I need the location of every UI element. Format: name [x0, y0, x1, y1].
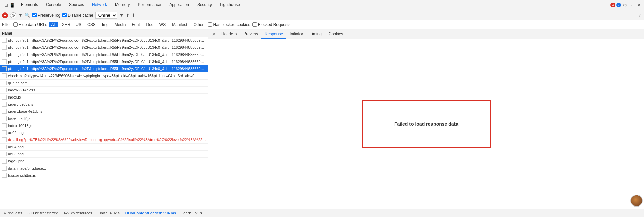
row-icon: [2, 59, 7, 64]
tab-security[interactable]: Security: [193, 0, 216, 10]
export-icon[interactable]: ⬇: [132, 13, 135, 18]
row-text: tcss.ping.https.js: [8, 173, 36, 177]
tab-application[interactable]: Application: [165, 0, 193, 10]
devtools-actions: 4 2 ⚙ ⋮ ✕: [610, 2, 644, 8]
expand-icon[interactable]: ⤢: [638, 13, 642, 18]
status-load: Load: 1.51 s: [181, 211, 202, 215]
network-row[interactable]: check_sig?pttype=1&uin=229456906&service…: [0, 72, 208, 80]
network-row[interactable]: qun.qq.com: [0, 80, 208, 87]
network-row[interactable]: ptqrlogin?u1=https%3A%2F%2Fqun.qq.com%2F…: [0, 58, 208, 65]
detail-tab-initiator[interactable]: Initiator: [286, 29, 306, 39]
detail-tab-headers[interactable]: Headers: [218, 29, 240, 39]
row-text: ptqrlogin?u1=https%3A%2F%2Fqun.qq.com%2F…: [8, 67, 206, 71]
more-icon[interactable]: ⋮: [629, 2, 635, 8]
detail-tab-preview[interactable]: Preview: [240, 29, 261, 39]
tab-network[interactable]: Network: [88, 0, 111, 10]
row-icon: [2, 145, 7, 149]
row-text: check_sig?pttype=1&uin=229456906&service…: [8, 74, 194, 78]
blocked-requests-checkbox[interactable]: Blocked Requests: [252, 22, 291, 27]
clear-button[interactable]: ⊘: [10, 12, 16, 18]
filter-all-button[interactable]: All: [49, 22, 58, 27]
throttle-select[interactable]: Online: [95, 12, 117, 19]
row-icon: [2, 52, 7, 57]
row-text: logo2.png: [8, 159, 24, 163]
error-badge: 4: [610, 3, 615, 7]
network-row[interactable]: ptqrlogin?u1=https%3A%2F%2Fqun.qq.com%2F…: [0, 65, 208, 72]
inspect-icon[interactable]: ⊡: [3, 2, 9, 8]
network-row[interactable]: jquery.base-4e1dc.js: [0, 108, 208, 115]
filter-css-button[interactable]: CSS: [85, 22, 98, 27]
filter-xhr-button[interactable]: XHR: [60, 22, 72, 27]
status-resources: 427 kb resources: [64, 211, 92, 215]
detail-tab-response[interactable]: Response: [261, 29, 286, 39]
mobile-icon[interactable]: 📱: [9, 2, 15, 8]
close-icon[interactable]: ✕: [636, 2, 641, 8]
row-icon: [2, 130, 7, 135]
preserve-log-checkbox[interactable]: Preserve log: [32, 13, 60, 18]
network-row[interactable]: detailLog?p=%7B%22id%22%3A%22webviewDebu…: [0, 136, 208, 144]
search-icon[interactable]: 🔍: [25, 13, 30, 18]
detail-tab-timing[interactable]: Timing: [306, 29, 325, 39]
row-text: detailLog?p=%7B%22id%22%3A%22webviewDebu…: [8, 138, 206, 142]
row-text: jquery-89c3a.js: [8, 102, 34, 106]
row-icon: [2, 81, 7, 85]
row-text: index.js: [8, 95, 21, 99]
tab-elements[interactable]: Elements: [17, 0, 42, 10]
row-icon: [2, 152, 7, 156]
row-text: qun.qq.com: [8, 81, 27, 85]
network-row[interactable]: jquery-89c3a.js: [0, 101, 208, 108]
detail-close-button[interactable]: ✕: [210, 31, 218, 37]
row-icon: [2, 38, 7, 43]
tab-sources[interactable]: Sources: [65, 0, 88, 10]
tab-memory[interactable]: Memory: [111, 0, 134, 10]
failed-response-box: Failed to load response data: [362, 100, 491, 148]
import-icon[interactable]: ⬆: [126, 13, 130, 18]
row-icon: [2, 166, 7, 171]
hide-data-urls-checkbox[interactable]: Hide data URLs: [13, 22, 47, 27]
tab-console[interactable]: Console: [42, 0, 65, 10]
network-row[interactable]: data:image/png;base...: [0, 165, 208, 172]
network-row[interactable]: ad03.png: [0, 151, 208, 158]
failed-response-message: Failed to load response data: [394, 121, 458, 127]
row-text: ptqrlogin?u1=https%3A%2F%2Fqun.qq.com%2F…: [8, 38, 206, 42]
filter-js-button[interactable]: JS: [74, 22, 83, 27]
row-icon: [2, 88, 7, 92]
detail-tabs: ✕ Headers Preview Response Initiator Tim…: [208, 29, 644, 39]
network-row[interactable]: tcss.ping.https.js: [0, 172, 208, 179]
response-content-area: Failed to load response data: [208, 39, 644, 209]
network-list: Name ptqrlogin?u1=https%3A%2F%2Fqun.qq.c…: [0, 29, 208, 209]
filter-font-button[interactable]: Font: [130, 22, 142, 27]
avatar: [630, 195, 643, 207]
has-blocked-cookies-checkbox[interactable]: Has blocked cookies: [208, 22, 250, 27]
disable-cache-checkbox[interactable]: Disable cache: [62, 13, 93, 18]
filter-other-button[interactable]: Other: [192, 22, 206, 27]
network-row[interactable]: ptqrlogin?u1=https%3A%2F%2Fqun.qq.com%2F…: [0, 51, 208, 58]
row-icon: [2, 73, 7, 78]
filter-img-button[interactable]: Img: [100, 22, 111, 27]
network-row[interactable]: ptqrlogin?u1=https%3A%2F%2Fqun.qq.com%2F…: [0, 44, 208, 51]
network-rows[interactable]: ptqrlogin?u1=https%3A%2F%2Fqun.qq.com%2F…: [0, 37, 208, 209]
network-row[interactable]: ad04.png: [0, 144, 208, 151]
network-row[interactable]: index-10013.js: [0, 122, 208, 129]
filter-doc-button[interactable]: Doc: [144, 22, 155, 27]
network-row[interactable]: ptqrlogin?u1=https%3A%2F%2Fqun.qq.com%2F…: [0, 37, 208, 44]
network-row[interactable]: index-2214c.css: [0, 87, 208, 94]
network-row[interactable]: base-3fad2.js: [0, 115, 208, 122]
filter-manifest-button[interactable]: Manifest: [170, 22, 189, 27]
tab-performance[interactable]: Performance: [134, 0, 165, 10]
filter-media-button[interactable]: Media: [113, 22, 128, 27]
throttle-dropdown-icon[interactable]: ▼: [119, 13, 124, 18]
status-requests: 37 requests: [3, 211, 22, 215]
network-row[interactable]: ad02.png: [0, 129, 208, 136]
network-row[interactable]: logo2.png: [0, 158, 208, 165]
settings-icon[interactable]: ⚙: [622, 2, 628, 8]
detail-panel: ✕ Headers Preview Response Initiator Tim…: [208, 29, 644, 209]
filter-icon[interactable]: ▼: [18, 13, 23, 18]
record-button[interactable]: ●: [2, 12, 8, 18]
filter-ws-button[interactable]: WS: [157, 22, 168, 27]
network-row[interactable]: index.js: [0, 94, 208, 101]
detail-tab-cookies[interactable]: Cookies: [325, 29, 347, 39]
row-icon: [2, 159, 7, 164]
tab-lighthouse[interactable]: Lighthouse: [216, 0, 244, 10]
row-text: jquery.base-4e1dc.js: [8, 109, 42, 113]
